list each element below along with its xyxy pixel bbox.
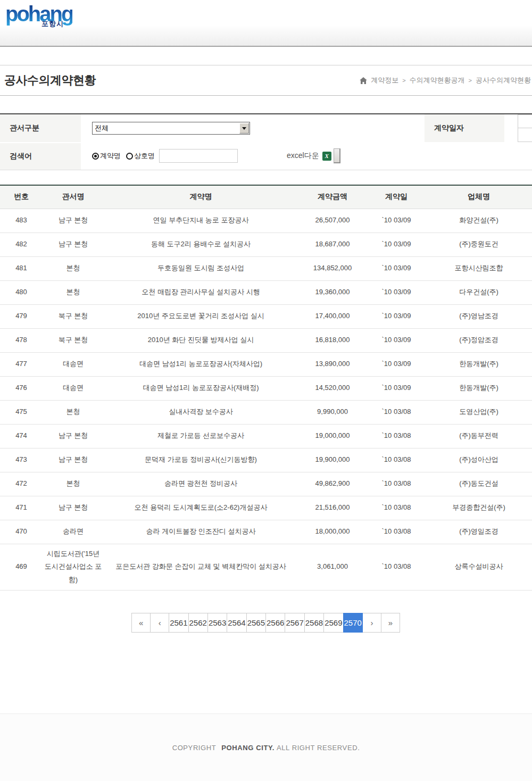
cell-contract[interactable]: 연일 부추단지내 농로 포장공사 xyxy=(104,209,298,232)
site-footer: COPYRIGHT POHANG CITY. ALL RIGHT RESERVE… xyxy=(0,713,532,781)
cell-contract[interactable]: 포은도서관 강화문 손잡이 교체 및 벽체칸막이 설치공사 xyxy=(104,544,298,590)
cell-no: 481 xyxy=(0,256,43,280)
cell-no: 473 xyxy=(0,448,43,472)
radio-company-name[interactable]: 상호명 xyxy=(126,151,155,161)
cell-no: 478 xyxy=(0,328,43,352)
cell-no: 476 xyxy=(0,376,43,400)
office-select[interactable]: 전체 xyxy=(92,122,250,135)
page-2562[interactable]: 2562 xyxy=(188,613,208,633)
page-2568[interactable]: 2568 xyxy=(304,613,324,633)
cell-amount: 9,990,000 xyxy=(298,400,367,424)
cell-contract[interactable]: 2010년 주요도로변 꽃거리 조성사업 실시 xyxy=(104,304,298,328)
page-2561[interactable]: 2561 xyxy=(169,613,188,633)
cell-amount: 26,507,000 xyxy=(298,209,367,232)
breadcrumb-item[interactable]: 공사수의계약현황 xyxy=(476,76,531,85)
page-last-button[interactable]: » xyxy=(381,613,400,633)
cell-contract[interactable]: 2010년 화단 진딧물 방제사업 실시 xyxy=(104,328,298,352)
cell-office: 북구 본청 xyxy=(43,328,104,352)
search-form: 관서구분 전체 계약일자 - 검색어 계약명 xyxy=(0,113,532,170)
cell-contract[interactable]: 동해 도구2리 용배수로 설치공사 xyxy=(104,232,298,256)
date-to-input[interactable] xyxy=(518,128,532,142)
date-from-input[interactable] xyxy=(518,114,532,128)
page-title: 공사수의계약현황 xyxy=(4,72,96,88)
keyword-cell: 계약명 상호명 excel다운 X xyxy=(81,142,340,170)
page-2570[interactable]: 2570 xyxy=(343,613,363,633)
cell-no: 471 xyxy=(0,496,43,520)
cell-amount: 18,000,000 xyxy=(298,520,367,544)
page-2567[interactable]: 2567 xyxy=(285,613,304,633)
pagination: «‹25612562256325642565256625672568256925… xyxy=(0,613,532,633)
column-header-contract: 계약명 xyxy=(104,185,298,209)
cell-contract[interactable]: 대송면 남성1리 농로포장공사(재배정) xyxy=(104,376,298,400)
cell-contract[interactable]: 오천 용덕리 도시계획도로(소2-62)개설공사 xyxy=(104,496,298,520)
breadcrumb: 계약정보 > 수의계약현황공개 > 공사수의계약현황 xyxy=(360,76,531,85)
table-row: 477대송면대송면 남성1리 농로포장공사(자체사업)13,890,000`10… xyxy=(0,352,532,376)
table-row: 469시립도서관('15년 도시건설사업소 포함)포은도서관 강화문 손잡이 교… xyxy=(0,544,532,590)
cell-contract[interactable]: 문덕재 가로등 정비공사(신기동방향) xyxy=(104,448,298,472)
date-inputs xyxy=(518,114,532,142)
page-first-button[interactable]: « xyxy=(131,613,151,633)
chevron-down-icon xyxy=(242,127,246,130)
page-2564[interactable]: 2564 xyxy=(227,613,246,633)
page-2563[interactable]: 2563 xyxy=(207,613,227,633)
excel-download[interactable]: excel다운 X xyxy=(287,148,340,163)
cell-date: `10 03/08 xyxy=(367,472,426,496)
cell-contract[interactable]: 제철로 가로등 선로보수공사 xyxy=(104,424,298,448)
cell-contract[interactable]: 오천 매립장 관리사무실 설치공사 시행 xyxy=(104,280,298,304)
keyword-input[interactable] xyxy=(159,149,238,163)
office-select-value: 전체 xyxy=(93,123,109,133)
page-2565[interactable]: 2565 xyxy=(246,613,266,633)
form-row-office-date: 관서구분 전체 계약일자 - xyxy=(0,114,532,142)
radio-contract-name[interactable]: 계약명 xyxy=(92,151,121,161)
radio-contract-label: 계약명 xyxy=(100,151,121,161)
cell-date: `10 03/08 xyxy=(367,448,426,472)
breadcrumb-item[interactable]: 계약정보 xyxy=(371,76,398,85)
table-row: 479북구 본청2010년 주요도로변 꽃거리 조성사업 실시17,400,00… xyxy=(0,304,532,328)
cell-amount: 19,360,000 xyxy=(298,280,367,304)
excel-icon: X xyxy=(322,152,331,161)
cell-office: 남구 본청 xyxy=(43,209,104,232)
radio-selected-icon xyxy=(92,153,99,160)
table-header: 번호관서명계약명계약금액계약일업체명 xyxy=(0,185,532,209)
cell-office: 송라면 xyxy=(43,520,104,544)
cell-contract[interactable]: 송라면 광천천 정비공사 xyxy=(104,472,298,496)
table-row: 482남구 본청동해 도구2리 용배수로 설치공사18,687,000`10 0… xyxy=(0,232,532,256)
cell-office: 본청 xyxy=(43,256,104,280)
cell-date: `10 03/09 xyxy=(367,232,426,256)
cell-company: 상록수설비공사 xyxy=(426,544,532,590)
titlebar: 공사수의계약현황 계약정보 > 수의계약현황공개 > 공사수의계약현황 xyxy=(0,65,532,96)
cell-no: 480 xyxy=(0,280,43,304)
cell-contract[interactable]: 실내사격장 보수공사 xyxy=(104,400,298,424)
office-type-label: 관서구분 xyxy=(0,114,81,142)
cell-company: 포항시산림조합 xyxy=(426,256,532,280)
cell-amount: 19,900,000 xyxy=(298,448,367,472)
cell-amount: 21,516,000 xyxy=(298,496,367,520)
cell-date: `10 03/09 xyxy=(367,352,426,376)
cell-company: 도영산업(주) xyxy=(426,400,532,424)
table-row: 473남구 본청문덕재 가로등 정비공사(신기동방향)19,900,000`10… xyxy=(0,448,532,472)
column-header-date: 계약일 xyxy=(367,185,426,209)
excel-download-button[interactable] xyxy=(334,148,340,163)
cell-date: `10 03/08 xyxy=(367,544,426,590)
select-dropdown-button[interactable] xyxy=(239,123,249,134)
cell-contract[interactable]: 두호동일원 도시림 조성사업 xyxy=(104,256,298,280)
cell-date: `10 03/09 xyxy=(367,328,426,352)
table-row: 480본청오천 매립장 관리사무실 설치공사 시행19,360,000`10 0… xyxy=(0,280,532,304)
page-next-button[interactable]: › xyxy=(362,613,381,633)
cell-company: 화양건설(주) xyxy=(426,209,532,232)
cell-amount: 3,061,000 xyxy=(298,544,367,590)
page-prev-button[interactable]: ‹ xyxy=(150,613,169,633)
column-header-company: 업체명 xyxy=(426,185,532,209)
cell-contract[interactable]: 송라 게이트볼장 인조잔디 설치공사 xyxy=(104,520,298,544)
cell-date: `10 03/09 xyxy=(367,304,426,328)
cell-amount: 19,000,000 xyxy=(298,424,367,448)
cell-contract[interactable]: 대송면 남성1리 농로포장공사(자체사업) xyxy=(104,352,298,376)
cell-no: 469 xyxy=(0,544,43,590)
page-2569[interactable]: 2569 xyxy=(323,613,343,633)
page-2566[interactable]: 2566 xyxy=(265,613,285,633)
cell-amount: 49,862,900 xyxy=(298,472,367,496)
cell-office: 본청 xyxy=(43,472,104,496)
pohang-logo[interactable]: pohang 포항시 xyxy=(5,3,72,29)
breadcrumb-item[interactable]: 수의계약현황공개 xyxy=(410,76,465,85)
table-row: 481본청두호동일원 도시림 조성사업134,852,000`10 03/09포… xyxy=(0,256,532,280)
